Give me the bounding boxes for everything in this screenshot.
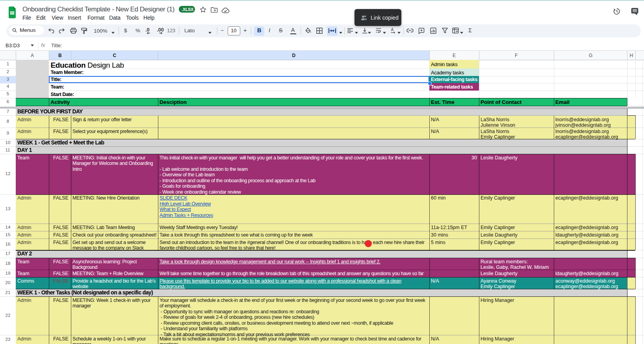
svg-text:A: A — [391, 28, 393, 32]
